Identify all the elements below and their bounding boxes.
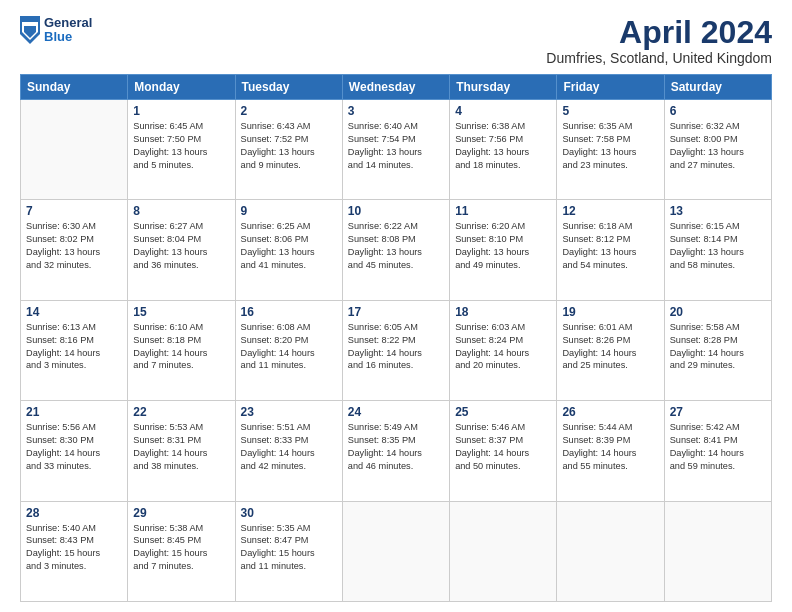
- day-info: Sunrise: 6:22 AMSunset: 8:08 PMDaylight:…: [348, 220, 444, 272]
- day-info: Sunrise: 6:08 AMSunset: 8:20 PMDaylight:…: [241, 321, 337, 373]
- day-number: 26: [562, 405, 658, 419]
- calendar-cell: 17Sunrise: 6:05 AMSunset: 8:22 PMDayligh…: [342, 300, 449, 400]
- calendar-cell: 5Sunrise: 6:35 AMSunset: 7:58 PMDaylight…: [557, 100, 664, 200]
- day-info: Sunrise: 5:40 AMSunset: 8:43 PMDaylight:…: [26, 522, 122, 574]
- calendar-cell: 10Sunrise: 6:22 AMSunset: 8:08 PMDayligh…: [342, 200, 449, 300]
- day-info: Sunrise: 6:15 AMSunset: 8:14 PMDaylight:…: [670, 220, 766, 272]
- calendar-header-sunday: Sunday: [21, 75, 128, 100]
- calendar-cell: 4Sunrise: 6:38 AMSunset: 7:56 PMDaylight…: [450, 100, 557, 200]
- day-info: Sunrise: 6:13 AMSunset: 8:16 PMDaylight:…: [26, 321, 122, 373]
- day-number: 21: [26, 405, 122, 419]
- day-info: Sunrise: 6:05 AMSunset: 8:22 PMDaylight:…: [348, 321, 444, 373]
- calendar-cell: 15Sunrise: 6:10 AMSunset: 8:18 PMDayligh…: [128, 300, 235, 400]
- day-number: 4: [455, 104, 551, 118]
- calendar-cell: 21Sunrise: 5:56 AMSunset: 8:30 PMDayligh…: [21, 401, 128, 501]
- day-number: 30: [241, 506, 337, 520]
- calendar-cell: 30Sunrise: 5:35 AMSunset: 8:47 PMDayligh…: [235, 501, 342, 601]
- day-number: 1: [133, 104, 229, 118]
- day-info: Sunrise: 5:35 AMSunset: 8:47 PMDaylight:…: [241, 522, 337, 574]
- day-info: Sunrise: 5:58 AMSunset: 8:28 PMDaylight:…: [670, 321, 766, 373]
- calendar-week-1: 1Sunrise: 6:45 AMSunset: 7:50 PMDaylight…: [21, 100, 772, 200]
- day-number: 13: [670, 204, 766, 218]
- day-info: Sunrise: 5:46 AMSunset: 8:37 PMDaylight:…: [455, 421, 551, 473]
- calendar-header-thursday: Thursday: [450, 75, 557, 100]
- calendar-header-row: SundayMondayTuesdayWednesdayThursdayFrid…: [21, 75, 772, 100]
- day-info: Sunrise: 5:51 AMSunset: 8:33 PMDaylight:…: [241, 421, 337, 473]
- day-number: 28: [26, 506, 122, 520]
- day-info: Sunrise: 6:10 AMSunset: 8:18 PMDaylight:…: [133, 321, 229, 373]
- day-number: 2: [241, 104, 337, 118]
- header: General Blue April 2024 Dumfries, Scotla…: [20, 16, 772, 66]
- day-number: 18: [455, 305, 551, 319]
- day-info: Sunrise: 6:18 AMSunset: 8:12 PMDaylight:…: [562, 220, 658, 272]
- calendar-cell: [664, 501, 771, 601]
- calendar-week-3: 14Sunrise: 6:13 AMSunset: 8:16 PMDayligh…: [21, 300, 772, 400]
- calendar-header-friday: Friday: [557, 75, 664, 100]
- day-number: 3: [348, 104, 444, 118]
- day-info: Sunrise: 6:35 AMSunset: 7:58 PMDaylight:…: [562, 120, 658, 172]
- logo-text: General Blue: [44, 16, 92, 45]
- calendar-cell: 11Sunrise: 6:20 AMSunset: 8:10 PMDayligh…: [450, 200, 557, 300]
- location: Dumfries, Scotland, United Kingdom: [546, 50, 772, 66]
- day-number: 17: [348, 305, 444, 319]
- calendar-cell: 28Sunrise: 5:40 AMSunset: 8:43 PMDayligh…: [21, 501, 128, 601]
- calendar-week-5: 28Sunrise: 5:40 AMSunset: 8:43 PMDayligh…: [21, 501, 772, 601]
- calendar-cell: [342, 501, 449, 601]
- calendar-cell: 23Sunrise: 5:51 AMSunset: 8:33 PMDayligh…: [235, 401, 342, 501]
- calendar-cell: 13Sunrise: 6:15 AMSunset: 8:14 PMDayligh…: [664, 200, 771, 300]
- calendar-cell: 25Sunrise: 5:46 AMSunset: 8:37 PMDayligh…: [450, 401, 557, 501]
- day-info: Sunrise: 6:40 AMSunset: 7:54 PMDaylight:…: [348, 120, 444, 172]
- calendar-cell: 8Sunrise: 6:27 AMSunset: 8:04 PMDaylight…: [128, 200, 235, 300]
- calendar-week-2: 7Sunrise: 6:30 AMSunset: 8:02 PMDaylight…: [21, 200, 772, 300]
- day-info: Sunrise: 5:56 AMSunset: 8:30 PMDaylight:…: [26, 421, 122, 473]
- calendar-cell: 16Sunrise: 6:08 AMSunset: 8:20 PMDayligh…: [235, 300, 342, 400]
- day-info: Sunrise: 6:38 AMSunset: 7:56 PMDaylight:…: [455, 120, 551, 172]
- day-info: Sunrise: 6:03 AMSunset: 8:24 PMDaylight:…: [455, 321, 551, 373]
- calendar-cell: [21, 100, 128, 200]
- day-info: Sunrise: 6:45 AMSunset: 7:50 PMDaylight:…: [133, 120, 229, 172]
- logo-general: General: [44, 16, 92, 30]
- day-number: 11: [455, 204, 551, 218]
- day-number: 10: [348, 204, 444, 218]
- calendar-cell: 18Sunrise: 6:03 AMSunset: 8:24 PMDayligh…: [450, 300, 557, 400]
- page: General Blue April 2024 Dumfries, Scotla…: [0, 0, 792, 612]
- calendar-cell: 22Sunrise: 5:53 AMSunset: 8:31 PMDayligh…: [128, 401, 235, 501]
- calendar-header-saturday: Saturday: [664, 75, 771, 100]
- day-info: Sunrise: 6:01 AMSunset: 8:26 PMDaylight:…: [562, 321, 658, 373]
- day-info: Sunrise: 5:53 AMSunset: 8:31 PMDaylight:…: [133, 421, 229, 473]
- day-info: Sunrise: 5:49 AMSunset: 8:35 PMDaylight:…: [348, 421, 444, 473]
- day-number: 7: [26, 204, 122, 218]
- day-info: Sunrise: 6:20 AMSunset: 8:10 PMDaylight:…: [455, 220, 551, 272]
- logo-icon: [20, 16, 40, 44]
- day-number: 5: [562, 104, 658, 118]
- calendar-header-wednesday: Wednesday: [342, 75, 449, 100]
- day-number: 6: [670, 104, 766, 118]
- day-info: Sunrise: 6:43 AMSunset: 7:52 PMDaylight:…: [241, 120, 337, 172]
- calendar-cell: 26Sunrise: 5:44 AMSunset: 8:39 PMDayligh…: [557, 401, 664, 501]
- calendar-table: SundayMondayTuesdayWednesdayThursdayFrid…: [20, 74, 772, 602]
- calendar-cell: 19Sunrise: 6:01 AMSunset: 8:26 PMDayligh…: [557, 300, 664, 400]
- day-info: Sunrise: 5:38 AMSunset: 8:45 PMDaylight:…: [133, 522, 229, 574]
- day-info: Sunrise: 6:32 AMSunset: 8:00 PMDaylight:…: [670, 120, 766, 172]
- calendar-cell: 7Sunrise: 6:30 AMSunset: 8:02 PMDaylight…: [21, 200, 128, 300]
- day-number: 23: [241, 405, 337, 419]
- logo: General Blue: [20, 16, 92, 45]
- calendar-cell: 2Sunrise: 6:43 AMSunset: 7:52 PMDaylight…: [235, 100, 342, 200]
- day-number: 29: [133, 506, 229, 520]
- day-number: 8: [133, 204, 229, 218]
- title-block: April 2024 Dumfries, Scotland, United Ki…: [546, 16, 772, 66]
- day-number: 24: [348, 405, 444, 419]
- day-info: Sunrise: 5:44 AMSunset: 8:39 PMDaylight:…: [562, 421, 658, 473]
- calendar-cell: [450, 501, 557, 601]
- month-title: April 2024: [546, 16, 772, 48]
- day-number: 25: [455, 405, 551, 419]
- day-number: 19: [562, 305, 658, 319]
- day-number: 14: [26, 305, 122, 319]
- day-number: 20: [670, 305, 766, 319]
- calendar-cell: 27Sunrise: 5:42 AMSunset: 8:41 PMDayligh…: [664, 401, 771, 501]
- calendar-cell: 12Sunrise: 6:18 AMSunset: 8:12 PMDayligh…: [557, 200, 664, 300]
- day-info: Sunrise: 6:27 AMSunset: 8:04 PMDaylight:…: [133, 220, 229, 272]
- logo-blue: Blue: [44, 30, 92, 44]
- calendar-cell: 9Sunrise: 6:25 AMSunset: 8:06 PMDaylight…: [235, 200, 342, 300]
- calendar-cell: [557, 501, 664, 601]
